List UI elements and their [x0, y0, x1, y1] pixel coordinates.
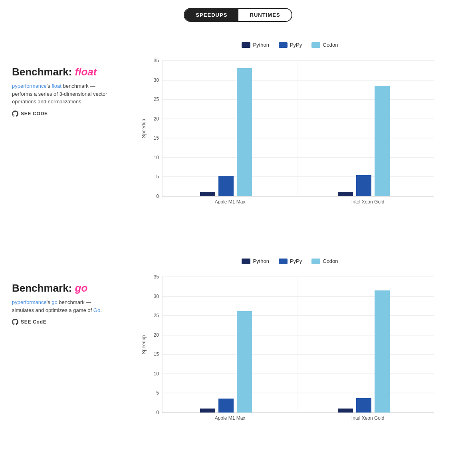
- legend-python-swatch: [242, 42, 250, 48]
- section-divider: [12, 238, 464, 238]
- go-xeon-pypy-bar: [356, 398, 371, 413]
- float-xeon-python-bar: [338, 192, 353, 196]
- svg-text:Intel Xeon Gold: Intel Xeon Gold: [351, 199, 385, 204]
- float-xeon-pypy-bar: [356, 175, 371, 196]
- svg-text:5: 5: [156, 390, 159, 396]
- float-m1-python-bar: [200, 192, 215, 196]
- see-code-go[interactable]: SEE CodE: [12, 319, 108, 325]
- legend-go-python: Python: [242, 258, 269, 264]
- benchmark-go-desc: pyperformance's go benchmark — simulates…: [12, 298, 108, 314]
- go-xeon-python-bar: [338, 409, 353, 413]
- legend-pypy: PyPy: [279, 42, 302, 48]
- benchmark-go-info: Benchmark: go pyperformance's go benchma…: [12, 258, 116, 325]
- svg-text:10: 10: [154, 155, 159, 160]
- legend-python-label: Python: [253, 42, 269, 48]
- see-code-float[interactable]: SEE CODE: [12, 111, 108, 117]
- legend-go-pypy: PyPy: [279, 258, 302, 264]
- go-m1-python-bar: [200, 409, 215, 413]
- speedups-toggle[interactable]: SPEEDUPS: [184, 9, 238, 21]
- benchmark-go-section: Benchmark: go pyperformance's go benchma…: [0, 250, 476, 430]
- toggle-bar: SPEEDUPS RUNTIMES: [0, 8, 476, 22]
- benchmark-float-section: Benchmark: float pyperformance's float b…: [0, 34, 476, 214]
- svg-text:30: 30: [154, 77, 159, 83]
- chart-go-area: Python PyPy Codon .axis-label { font: 12…: [116, 258, 464, 422]
- svg-text:25: 25: [154, 313, 159, 318]
- legend-go-codon-label: Codon: [323, 258, 338, 264]
- svg-text:35: 35: [154, 274, 159, 280]
- svg-text:Speedup: Speedup: [141, 119, 147, 138]
- runtimes-toggle[interactable]: RUNTIMES: [238, 9, 291, 21]
- svg-text:5: 5: [156, 174, 159, 180]
- svg-text:0: 0: [156, 410, 159, 415]
- github-icon-go: [12, 319, 18, 325]
- svg-text:35: 35: [154, 58, 159, 63]
- benchmark-go-keyword: go: [75, 282, 88, 294]
- legend-codon-label: Codon: [323, 42, 338, 48]
- github-icon-float: [12, 111, 18, 117]
- legend-go-pypy-label: PyPy: [290, 258, 302, 264]
- svg-text:0: 0: [156, 193, 159, 199]
- svg-text:25: 25: [154, 97, 159, 102]
- legend-go-python-label: Python: [253, 258, 269, 264]
- legend-go-pypy-swatch: [279, 259, 288, 264]
- chart-float-area: Python PyPy Codon .axis-label {: [116, 42, 464, 206]
- legend-go-codon: Codon: [311, 258, 338, 264]
- chart-float-svg: .axis-label { font: 12px sans-serif; fil…: [116, 53, 464, 204]
- legend-codon: Codon: [311, 42, 338, 48]
- legend-python: Python: [242, 42, 269, 48]
- go-game-link[interactable]: Go: [93, 307, 100, 313]
- float-m1-codon-bar: [237, 68, 252, 196]
- legend-go-codon-swatch: [311, 259, 320, 264]
- go-m1-pypy-bar: [218, 399, 234, 413]
- svg-text:15: 15: [154, 351, 159, 357]
- svg-text:Apple M1 Max: Apple M1 Max: [215, 199, 246, 204]
- legend-pypy-label: PyPy: [290, 42, 302, 48]
- svg-text:Intel Xeon Gold: Intel Xeon Gold: [351, 415, 385, 420]
- legend-pypy-swatch: [279, 42, 288, 48]
- go-xeon-codon-bar: [375, 290, 390, 413]
- benchmark-float-desc: pyperformance's float benchmark — perfor…: [12, 82, 108, 106]
- float-link[interactable]: float: [52, 83, 61, 89]
- pyperformance-link-float[interactable]: pyperformance: [12, 83, 47, 89]
- legend-go-python-swatch: [242, 259, 250, 264]
- pyperformance-link-go[interactable]: pyperformance: [12, 299, 47, 305]
- chart-float-legend: Python PyPy Codon: [116, 42, 464, 48]
- chart-go-svg: .axis-label { font: 12px sans-serif; fil…: [116, 269, 464, 420]
- svg-text:20: 20: [154, 116, 159, 122]
- svg-text:15: 15: [154, 135, 159, 141]
- svg-text:Speedup: Speedup: [141, 335, 147, 354]
- svg-text:30: 30: [154, 294, 159, 299]
- legend-codon-swatch: [311, 42, 320, 48]
- benchmark-float-title: Benchmark: float: [12, 66, 108, 78]
- toggle-container: SPEEDUPS RUNTIMES: [184, 8, 292, 22]
- go-link[interactable]: go: [52, 299, 57, 305]
- page-wrapper: SPEEDUPS RUNTIMES Benchmark: float pyper…: [0, 0, 476, 456]
- benchmark-float-keyword: float: [75, 66, 97, 78]
- float-xeon-codon-bar: [375, 86, 390, 196]
- go-m1-codon-bar: [237, 311, 252, 413]
- float-m1-pypy-bar: [218, 176, 234, 196]
- chart-go-legend: Python PyPy Codon: [116, 258, 464, 264]
- svg-text:20: 20: [154, 332, 159, 338]
- svg-text:10: 10: [154, 371, 159, 377]
- benchmark-go-title: Benchmark: go: [12, 282, 108, 294]
- svg-text:Apple M1 Max: Apple M1 Max: [215, 415, 246, 420]
- benchmark-float-info: Benchmark: float pyperformance's float b…: [12, 42, 116, 117]
